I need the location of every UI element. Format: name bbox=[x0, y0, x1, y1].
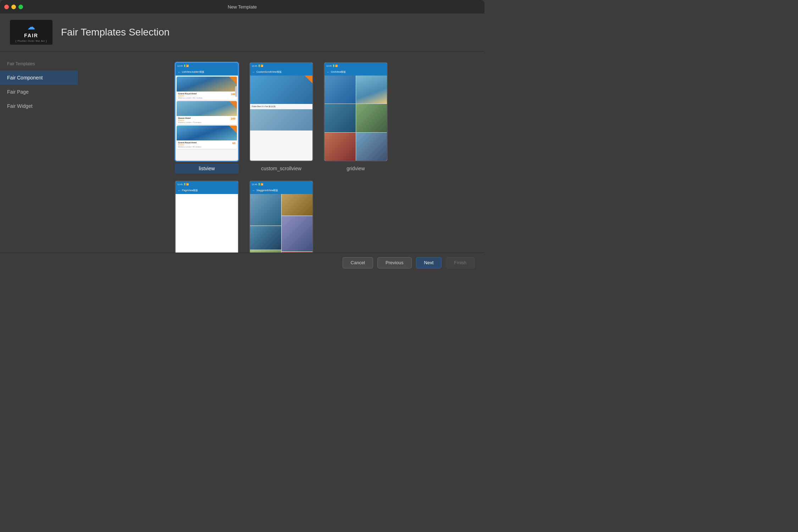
hotel-card-2: ♡ Queen Hotel ★★★★☆ Wireless London • 74… bbox=[177, 101, 237, 124]
stagger-bar-label: StaggeredView模版 bbox=[256, 189, 278, 192]
navbar-label: ListView.builder模版 bbox=[182, 70, 204, 74]
bottom-bar: Cancel Previous Next Finish bbox=[0, 253, 484, 272]
phone-navbar: ← ListView.builder模版 bbox=[176, 68, 238, 76]
pageview-white bbox=[176, 194, 238, 253]
template-card-custom-scrollview[interactable]: 12:45 🔋 📶 ← CustomScrollView模版 bbox=[249, 62, 313, 173]
template-card-staggered[interactable]: 12:45 🔋 📶 ← StaggeredView模版 bbox=[249, 181, 313, 253]
sidebar-item-label: Fair Component bbox=[7, 75, 43, 81]
header: ☁ FAIR { Flutter Over the Air } Fair Tem… bbox=[0, 13, 484, 51]
grid-cell-6 bbox=[356, 133, 387, 161]
phone-mock-listview: 12:45 🔋 📶 ← ListView.builder模版 bbox=[176, 63, 238, 161]
gridview-label: gridview bbox=[347, 166, 365, 171]
listview-preview: 12:45 🔋 📶 ← ListView.builder模版 bbox=[175, 62, 239, 161]
custom-scrollview-label: custom_scrollview bbox=[261, 166, 301, 171]
main-container: ☁ FAIR { Flutter Over the Air } Fair Tem… bbox=[0, 13, 484, 272]
hotel-card-3: ♡ Grand Royal Hotel ★★★★☆ Wireless Londo… bbox=[177, 126, 237, 149]
scroll-text-block: Flutter Best UI x Fair 最佳实践 bbox=[250, 104, 312, 109]
gridview-name-bar: gridview bbox=[324, 164, 388, 173]
maximize-button[interactable] bbox=[18, 5, 23, 9]
hotel-price-3: 60 bbox=[232, 142, 235, 145]
pageview-content: Grand Royal Hotel London • ★★★★ bbox=[176, 194, 238, 253]
cancel-button[interactable]: Cancel bbox=[343, 257, 373, 268]
scroll-indicator-listview bbox=[235, 86, 237, 97]
sidebar-item-label: Fair Widget bbox=[7, 103, 33, 109]
pageview-preview: 12:45 🔋 📶 ← PageView模版 bbox=[175, 181, 239, 253]
template-card-pageview[interactable]: 12:45 🔋 📶 ← PageView模版 bbox=[175, 181, 239, 253]
stagger-img-3 bbox=[250, 226, 281, 250]
hotel-location-2: Wireless London • 74 reviews bbox=[178, 121, 201, 123]
hotel-img-2 bbox=[177, 101, 237, 116]
close-button[interactable] bbox=[4, 5, 9, 9]
hotel-price-2: 200 bbox=[231, 117, 235, 120]
sidebar-item-fair-widget[interactable]: Fair Widget bbox=[0, 99, 78, 113]
custom-scrollview-preview: 12:45 🔋 📶 ← CustomScrollView模版 bbox=[249, 62, 313, 161]
hotel-details-3: Grand Royal Hotel ★★★★☆ Wireless London … bbox=[178, 142, 201, 148]
scroll-ribbon bbox=[305, 76, 312, 83]
heart-icon-2: ♡ bbox=[230, 102, 232, 105]
template-area: 12:45 🔋 📶 ← ListView.builder模版 bbox=[78, 51, 484, 253]
back-arrow-pageview: ← bbox=[178, 189, 181, 192]
hotel-info-1: Grand Royal Hotel ★★★★☆ Wireless London … bbox=[177, 92, 237, 100]
scroll-hero-image bbox=[250, 76, 312, 104]
template-card-gridview[interactable]: 12:45 🔋 📶 ← GridView模版 bbox=[324, 62, 388, 173]
logo-text: FAIR bbox=[24, 33, 38, 38]
minimize-button[interactable] bbox=[11, 5, 16, 9]
content-area: Fair Templates Fair Component Fair Page … bbox=[0, 51, 484, 253]
grid-cell-1 bbox=[325, 76, 356, 104]
hotel-location-3: Wireless London • 60 reviews bbox=[178, 146, 201, 148]
page-title: Fair Templates Selection bbox=[61, 27, 170, 38]
hotel-info-2: Queen Hotel ★★★★☆ Wireless London • 74 r… bbox=[177, 116, 237, 124]
pageview-statusbar: 12:45 🔋 📶 bbox=[176, 181, 238, 187]
scroll-view-content: Flutter Best UI x Fair 最佳实践 bbox=[250, 76, 312, 161]
hotel-img-3 bbox=[177, 126, 237, 140]
grid-cell-2 bbox=[356, 76, 387, 104]
grid-cell-5 bbox=[325, 133, 356, 161]
template-card-listview[interactable]: 12:45 🔋 📶 ← ListView.builder模版 bbox=[175, 62, 239, 173]
sidebar-item-fair-component[interactable]: Fair Component bbox=[0, 71, 78, 85]
pageview-navbar: ← PageView模版 bbox=[176, 187, 238, 194]
phone-mock-grid: 12:45 🔋 📶 ← GridView模版 bbox=[325, 63, 387, 161]
phone-statusbar: 12:45 🔋 📶 bbox=[176, 63, 238, 68]
listview-label: listview bbox=[199, 166, 215, 171]
stagger-img-4 bbox=[282, 216, 313, 251]
finish-button[interactable]: Finish bbox=[446, 257, 475, 268]
back-arrow-stagger: ← bbox=[252, 189, 255, 192]
stagger-img-6 bbox=[282, 252, 313, 253]
titlebar: New Template bbox=[0, 0, 484, 13]
previous-button[interactable]: Previous bbox=[377, 257, 412, 268]
grid-navbar: ← GridView模版 bbox=[325, 68, 387, 76]
stagger-navbar: ← StaggeredView模版 bbox=[250, 187, 312, 194]
hotel-img-1 bbox=[177, 77, 237, 92]
custom-scrollview-name-bar: custom_scrollview bbox=[249, 164, 313, 173]
gridview-preview: 12:45 🔋 📶 ← GridView模版 bbox=[324, 62, 388, 161]
hotel-details-2: Queen Hotel ★★★★☆ Wireless London • 74 r… bbox=[178, 117, 201, 123]
hotel-card-1: ♡ Grand Royal Hotel ★★★★☆ Wireless Londo… bbox=[177, 77, 237, 100]
custom-scroll-navbar: ← CustomScrollView模版 bbox=[250, 68, 312, 76]
phone-content-listview: ♡ Grand Royal Hotel ★★★★☆ Wireless Londo… bbox=[176, 76, 238, 161]
sidebar-item-fair-page[interactable]: Fair Page bbox=[0, 85, 78, 99]
traffic-lights bbox=[4, 5, 23, 9]
template-columns: 12:45 🔋 📶 ← ListView.builder模版 bbox=[89, 59, 474, 253]
hotel-info-3: Grand Royal Hotel ★★★★☆ Wireless London … bbox=[177, 140, 237, 149]
custom-scroll-bar-label: CustomScrollView模版 bbox=[256, 70, 282, 74]
hotel-price-1: 180 bbox=[231, 93, 235, 96]
stagger-col-left bbox=[250, 194, 281, 253]
back-arrow-custom-scroll: ← bbox=[252, 71, 255, 74]
logo-subtext: { Flutter Over the Air } bbox=[16, 39, 47, 43]
stagger-statusbar: 12:45 🔋 📶 bbox=[250, 181, 312, 187]
col-gridview: 12:45 🔋 📶 ← GridView模版 bbox=[324, 62, 388, 253]
pageview-bar-label: PageView模版 bbox=[182, 189, 198, 192]
staggered-preview: 12:45 🔋 📶 ← StaggeredView模版 bbox=[249, 181, 313, 253]
logo-box: ☁ FAIR { Flutter Over the Air } bbox=[10, 20, 52, 45]
cloud-icon: ☁ bbox=[27, 22, 35, 32]
next-button[interactable]: Next bbox=[416, 257, 442, 268]
col-listview-pageview: 12:45 🔋 📶 ← ListView.builder模版 bbox=[175, 62, 239, 253]
stagger-col-right bbox=[282, 194, 313, 253]
stagger-img-5 bbox=[250, 250, 281, 253]
stagger-img-2 bbox=[282, 194, 313, 216]
hotel-location-1: Wireless London • 60+ reviews bbox=[178, 97, 203, 99]
grid-bar-label: GridView模版 bbox=[331, 70, 346, 74]
grid-cell-4 bbox=[356, 104, 387, 132]
stagger-grid bbox=[250, 194, 312, 253]
custom-scroll-statusbar: 12:45 🔋 📶 bbox=[250, 63, 312, 68]
